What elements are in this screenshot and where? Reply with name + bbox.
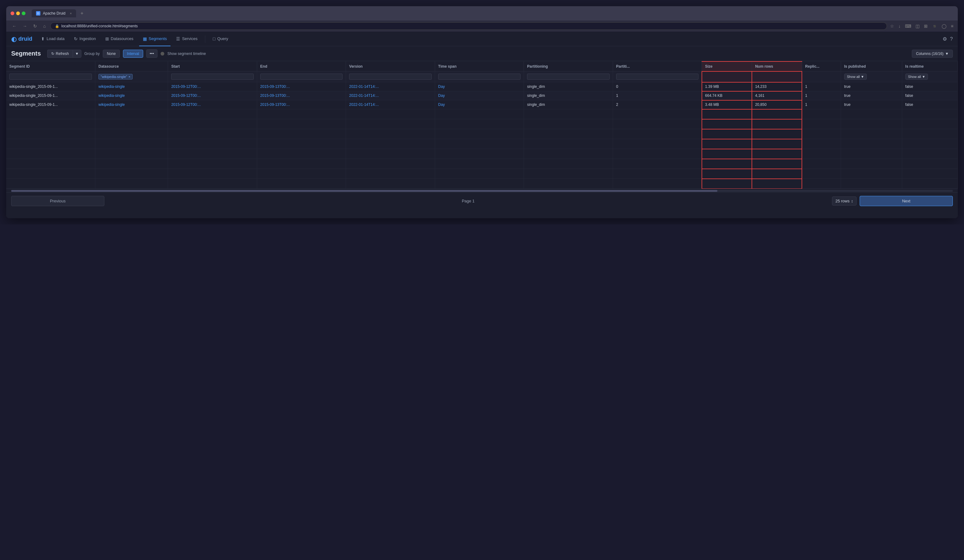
- minimize-button[interactable]: [16, 11, 20, 15]
- col-header-end[interactable]: End: [257, 62, 346, 71]
- col-header-time-span[interactable]: Time span: [435, 62, 524, 71]
- forward-button[interactable]: →: [21, 23, 29, 29]
- bookmark-icon[interactable]: ☆: [890, 24, 894, 29]
- split-view-icon[interactable]: ◫: [915, 24, 920, 29]
- reload-button[interactable]: ↻: [32, 23, 39, 29]
- cell-link[interactable]: 2015-09-12T00:...: [171, 93, 200, 98]
- none-filter-button[interactable]: None: [103, 50, 120, 58]
- url-text: localhost:8888/unified-console.html#segm…: [61, 24, 138, 28]
- col-header-is-realtime[interactable]: Is realtime: [902, 62, 957, 71]
- nav-item-segments[interactable]: ▦ Segments: [139, 32, 171, 46]
- col-header-start[interactable]: Start: [168, 62, 257, 71]
- end-filter-input[interactable]: [260, 73, 342, 80]
- nav-item-ingestion[interactable]: ↻ Ingestion: [70, 32, 100, 46]
- cell-link[interactable]: 2022-01-14T14:...: [349, 84, 379, 89]
- nav-right: ⚙ ?: [943, 36, 953, 42]
- refresh-button[interactable]: ↻ Refresh: [47, 50, 73, 58]
- col-header-segment-id[interactable]: Segment ID: [6, 62, 95, 71]
- cell-link[interactable]: Day: [438, 84, 445, 89]
- page-label: Page 1: [462, 199, 475, 203]
- table-cell: 2: [613, 100, 702, 109]
- cell-link[interactable]: 2015-09-12T00:...: [171, 84, 200, 89]
- cell-link[interactable]: 2022-01-14T14:...: [349, 93, 379, 98]
- table-row[interactable]: wikipedia-single_2015-09-1...wikipedia-s…: [6, 100, 958, 109]
- table-cell: 20,850: [752, 100, 802, 109]
- nav-item-query[interactable]: □ Query: [209, 32, 232, 46]
- cell-link[interactable]: Day: [438, 93, 445, 98]
- settings-icon[interactable]: ⚙: [943, 36, 947, 42]
- table-empty-row: [6, 139, 958, 149]
- browser-tab[interactable]: D Apache Druid ×: [32, 9, 76, 17]
- more-options-button[interactable]: •••: [146, 49, 158, 58]
- table-empty-row: [6, 179, 958, 189]
- cell-link[interactable]: wikipedia-single: [98, 84, 125, 89]
- col-header-replic[interactable]: Replic...: [802, 62, 841, 71]
- col-header-partiti[interactable]: Partiti...: [613, 62, 702, 71]
- cell-link[interactable]: 2015-09-13T00:...: [260, 102, 290, 107]
- grid-icon[interactable]: ⊞: [924, 24, 928, 29]
- nav-item-load-data[interactable]: ⬆ Load data: [37, 32, 68, 46]
- rows-per-page-select[interactable]: 25 rows ↕: [832, 196, 857, 206]
- cell-link[interactable]: Day: [438, 102, 445, 107]
- shield-icon[interactable]: ◾: [932, 24, 937, 29]
- partitioning-filter-input[interactable]: [527, 73, 609, 80]
- new-tab-button[interactable]: +: [80, 11, 83, 16]
- refresh-dropdown-button[interactable]: ▼: [73, 50, 81, 58]
- col-header-version[interactable]: Version: [346, 62, 435, 71]
- version-filter-input[interactable]: [349, 73, 432, 80]
- start-filter-input[interactable]: [171, 73, 253, 80]
- cell-link[interactable]: wikipedia-single: [98, 93, 125, 98]
- table-empty-row: [6, 159, 958, 169]
- download-icon[interactable]: ↓: [899, 24, 900, 29]
- cell-link[interactable]: wikipedia-single: [98, 102, 125, 107]
- columns-button[interactable]: Columns (16/16) ▼: [912, 50, 953, 58]
- table-filter-row: "wikipedia-single" ×: [6, 71, 958, 82]
- table-empty-row: [6, 129, 958, 139]
- close-button[interactable]: [11, 11, 14, 15]
- filter-partiti: [613, 71, 702, 82]
- col-header-partitioning[interactable]: Partitioning: [524, 62, 613, 71]
- scrollbar-thumb[interactable]: [11, 190, 717, 192]
- profile-icon[interactable]: ◯: [942, 24, 947, 29]
- cell-link[interactable]: 2022-01-14T14:...: [349, 102, 379, 107]
- address-bar[interactable]: 🔒 localhost:8888/unified-console.html#se…: [50, 22, 887, 30]
- show-all-published-button[interactable]: Show all ▼: [844, 73, 867, 80]
- table-cell: 1.39 MB: [702, 82, 752, 91]
- query-icon: □: [213, 36, 215, 41]
- col-header-is-published[interactable]: Is published: [841, 62, 902, 71]
- datasource-filter-clear[interactable]: ×: [128, 75, 130, 78]
- maximize-button[interactable]: [22, 11, 26, 15]
- nav-label-segments: Segments: [149, 36, 167, 41]
- tab-close-icon[interactable]: ×: [70, 11, 72, 15]
- segment-id-filter-input[interactable]: [9, 73, 92, 80]
- cell-link[interactable]: 2015-09-13T00:...: [260, 84, 290, 89]
- col-header-size[interactable]: Size: [702, 62, 752, 71]
- previous-button[interactable]: Previous: [11, 196, 104, 206]
- nav-item-services[interactable]: ☰ Services: [173, 32, 201, 46]
- table-row[interactable]: wikipedia-single_2015-09-1...wikipedia-s…: [6, 82, 958, 91]
- table-row[interactable]: wikipedia-single_2015-09-1...wikipedia-s…: [6, 91, 958, 100]
- table-cell: 0: [613, 82, 702, 91]
- timeline-toggle[interactable]: [161, 52, 164, 55]
- cell-link[interactable]: 2015-09-12T00:...: [171, 102, 200, 107]
- show-all-realtime-button[interactable]: Show all ▼: [905, 73, 928, 80]
- timeline-label: Show segment timeline: [168, 52, 206, 56]
- partiti-filter-input[interactable]: [616, 73, 699, 80]
- back-button[interactable]: ←: [11, 23, 18, 29]
- extensions-icon[interactable]: ⌨: [905, 24, 911, 29]
- table-cell: wikipedia-single_2015-09-1...: [6, 82, 95, 91]
- help-icon[interactable]: ?: [950, 36, 953, 42]
- menu-icon[interactable]: ≡: [951, 24, 953, 29]
- table-cell: 4,161: [752, 91, 802, 100]
- nav-item-datasources[interactable]: ⊞ Datasources: [101, 32, 137, 46]
- table-cell: 1: [802, 82, 841, 91]
- logo[interactable]: ◐ druid: [11, 36, 32, 43]
- home-button[interactable]: ⌂: [42, 23, 47, 29]
- col-header-num-rows[interactable]: Num rows: [752, 62, 802, 71]
- time-span-filter-input[interactable]: [438, 73, 521, 80]
- interval-filter-button[interactable]: Interval: [123, 50, 143, 58]
- nav-label-load-data: Load data: [47, 36, 65, 41]
- cell-link[interactable]: 2015-09-13T00:...: [260, 93, 290, 98]
- next-button[interactable]: Next: [860, 196, 953, 206]
- col-header-datasource[interactable]: Datasource: [95, 62, 168, 71]
